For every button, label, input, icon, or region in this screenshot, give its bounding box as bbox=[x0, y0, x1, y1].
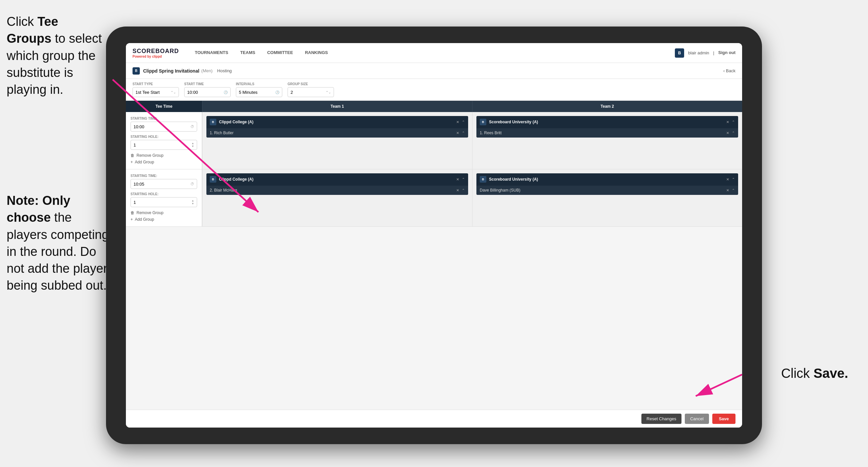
team2-controls-1: ✕ ⌃ bbox=[726, 120, 735, 124]
team1-controls-1: ✕ ⌃ bbox=[456, 120, 465, 124]
player-x-icon-1-2[interactable]: ✕ bbox=[456, 188, 459, 193]
tournament-name: Clippd Spring Invitational bbox=[143, 68, 199, 74]
starting-hole-label-1: STARTING HOLE: bbox=[130, 135, 197, 139]
player-name-1-2: 2. Blair McHarg bbox=[210, 188, 456, 193]
player-x-icon-2-1[interactable]: ✕ bbox=[726, 131, 729, 135]
team1-expand-icon-2[interactable]: ⌃ bbox=[462, 177, 465, 182]
team2-header-2: B Scoreboard University (A) ✕ ⌃ bbox=[476, 173, 738, 185]
player-x-icon-1-1[interactable]: ✕ bbox=[456, 131, 459, 135]
team1-name-1: Clippd College (A) bbox=[219, 120, 456, 124]
sub-header: B Clippd Spring Invitational (Men) Hosti… bbox=[126, 63, 742, 79]
start-time-label: Start Time bbox=[184, 82, 230, 86]
remove-group-button-1[interactable]: 🗑 Remove Group bbox=[130, 153, 197, 158]
add-icon-1: + bbox=[130, 160, 133, 165]
team1-x-icon-2[interactable]: ✕ bbox=[456, 177, 459, 182]
team1-controls-2: ✕ ⌃ bbox=[456, 177, 465, 182]
team1-x-icon-1[interactable]: ✕ bbox=[456, 120, 459, 124]
starting-hole-input-1[interactable]: 1 ▲▼ bbox=[130, 140, 197, 150]
player-x-icon-2-2[interactable]: ✕ bbox=[726, 188, 729, 193]
column-headers: Tee Time Team 1 Team 2 bbox=[126, 101, 742, 112]
team2-name-2: Scoreboard University (A) bbox=[489, 177, 726, 182]
starting-time-label-1: STARTING TIME: bbox=[130, 117, 197, 120]
add-icon-2: + bbox=[130, 217, 133, 222]
user-avatar: B bbox=[675, 49, 684, 58]
intervals-input[interactable]: 5 Minutes 🕐 bbox=[236, 87, 282, 97]
navbar: SCOREBOARD Powered by clippd TOURNAMENTS… bbox=[126, 43, 742, 63]
hole-arrows-2: ▲▼ bbox=[191, 200, 194, 205]
tournament-gender: (Men) bbox=[202, 68, 213, 73]
remove-icon-1: 🗑 bbox=[130, 153, 134, 158]
nav-teams[interactable]: TEAMS bbox=[234, 43, 261, 63]
nav-rankings[interactable]: RANKINGS bbox=[299, 43, 334, 63]
team2-entry-1[interactable]: B Scoreboard University (A) ✕ ⌃ 1. Rees … bbox=[476, 116, 738, 138]
group-size-arrow-icon: ⌃⌄ bbox=[326, 90, 331, 94]
start-type-label: Start Type bbox=[132, 82, 179, 86]
time-clock-icon-2: ⏱ bbox=[190, 182, 194, 186]
reset-changes-button[interactable]: Reset Changes bbox=[641, 414, 682, 424]
team1-entry-1[interactable]: B Clippd College (A) ✕ ⌃ 1. Rich Butler bbox=[207, 116, 468, 138]
player-entry-1-1: 1. Rich Butler ✕ ⌃ bbox=[207, 128, 468, 138]
team2-badge-2: B bbox=[480, 176, 486, 183]
remove-icon-2: 🗑 bbox=[130, 210, 134, 215]
group-size-label: Group Size bbox=[287, 82, 334, 86]
tee-group-row-1: STARTING TIME: 10:00 ⏱ STARTING HOLE: 1 … bbox=[126, 112, 742, 169]
starting-time-input-2[interactable]: 10:05 ⏱ bbox=[130, 179, 197, 189]
player-name-2-2: Dave Billingham (SUB) bbox=[480, 188, 726, 193]
save-button[interactable]: Save bbox=[712, 414, 736, 424]
group-size-input[interactable]: 2 ⌃⌄ bbox=[287, 87, 334, 97]
start-type-input[interactable]: 1st Tee Start ⌃⌄ bbox=[132, 87, 179, 97]
team2-x-icon-2[interactable]: ✕ bbox=[726, 177, 729, 182]
instruction-tee-groups-bold: Tee Groups bbox=[7, 14, 58, 46]
add-group-button-2[interactable]: + Add Group bbox=[130, 217, 197, 222]
player-controls-2-2: ✕ ⌃ bbox=[726, 188, 735, 193]
tee-group-row-2: STARTING TIME: 10:05 ⏱ STARTING HOLE: 1 … bbox=[126, 169, 742, 227]
group-size-field: Group Size 2 ⌃⌄ bbox=[287, 82, 334, 97]
player-expand-icon-2-1[interactable]: ⌃ bbox=[732, 131, 735, 135]
settings-bar: Start Type 1st Tee Start ⌃⌄ Start Time 1… bbox=[126, 79, 742, 101]
hosting-label: Hosting bbox=[217, 68, 232, 73]
logo-area: SCOREBOARD Powered by clippd bbox=[132, 48, 179, 58]
starting-time-input-1[interactable]: 10:00 ⏱ bbox=[130, 122, 197, 132]
logo-scoreboard: SCOREBOARD bbox=[132, 48, 179, 55]
player-expand-icon-1-1[interactable]: ⌃ bbox=[462, 131, 465, 135]
starting-time-label-2: STARTING TIME: bbox=[130, 174, 197, 178]
cancel-button[interactable]: Cancel bbox=[685, 414, 709, 424]
intervals-field: Intervals 5 Minutes 🕐 bbox=[236, 82, 282, 97]
time-clock-icon-1: ⏱ bbox=[190, 125, 194, 128]
tee-time-panel-2: STARTING TIME: 10:05 ⏱ STARTING HOLE: 1 … bbox=[126, 169, 202, 226]
nav-tournaments[interactable]: TOURNAMENTS bbox=[189, 43, 234, 63]
back-button[interactable]: ‹ Back bbox=[723, 68, 736, 73]
team2-entry-2[interactable]: B Scoreboard University (A) ✕ ⌃ Dave Bil… bbox=[476, 173, 738, 195]
team1-slot-2: B Clippd College (A) ✕ ⌃ 2. Blair McHarg bbox=[202, 169, 472, 226]
nav-links: TOURNAMENTS TEAMS COMMITTEE RANKINGS bbox=[189, 43, 675, 63]
team1-header-2: B Clippd College (A) ✕ ⌃ bbox=[207, 173, 468, 185]
team1-expand-icon-1[interactable]: ⌃ bbox=[462, 120, 465, 124]
sign-out-link[interactable]: Sign out bbox=[718, 43, 736, 63]
remove-group-button-2[interactable]: 🗑 Remove Group bbox=[130, 210, 197, 215]
player-controls-2-1: ✕ ⌃ bbox=[726, 131, 735, 135]
add-group-button-1[interactable]: + Add Group bbox=[130, 160, 197, 165]
start-time-input[interactable]: 10:00 🕐 bbox=[184, 87, 230, 97]
team1-badge-1: B bbox=[210, 119, 216, 125]
team2-expand-icon-2[interactable]: ⌃ bbox=[732, 177, 735, 182]
logo-powered: Powered by clippd bbox=[132, 55, 179, 58]
click-save-instruction: Click Save. bbox=[781, 366, 848, 381]
player-expand-icon-2-2[interactable]: ⌃ bbox=[732, 188, 735, 193]
user-name: blair admin bbox=[688, 50, 709, 55]
tablet-screen: SCOREBOARD Powered by clippd TOURNAMENTS… bbox=[126, 43, 742, 428]
team2-expand-icon-1[interactable]: ⌃ bbox=[732, 120, 735, 124]
player-expand-icon-1-2[interactable]: ⌃ bbox=[462, 188, 465, 193]
tee-time-column-header: Tee Time bbox=[126, 101, 202, 112]
team2-badge-1: B bbox=[480, 119, 486, 125]
team1-slot-1: B Clippd College (A) ✕ ⌃ 1. Rich Butler bbox=[202, 112, 472, 169]
team1-entry-2[interactable]: B Clippd College (A) ✕ ⌃ 2. Blair McHarg bbox=[207, 173, 468, 195]
player-controls-1-1: ✕ ⌃ bbox=[456, 131, 465, 135]
note-label: Note: Only choose bbox=[7, 194, 70, 224]
nav-committee[interactable]: COMMITTEE bbox=[261, 43, 299, 63]
team1-column-header: Team 1 bbox=[202, 101, 472, 112]
sub-header-badge: B bbox=[132, 67, 140, 75]
team2-x-icon-1[interactable]: ✕ bbox=[726, 120, 729, 124]
team2-slot-2: B Scoreboard University (A) ✕ ⌃ Dave Bil… bbox=[472, 169, 742, 226]
starting-hole-input-2[interactable]: 1 ▲▼ bbox=[130, 197, 197, 207]
team2-column-header: Team 2 bbox=[472, 101, 742, 112]
